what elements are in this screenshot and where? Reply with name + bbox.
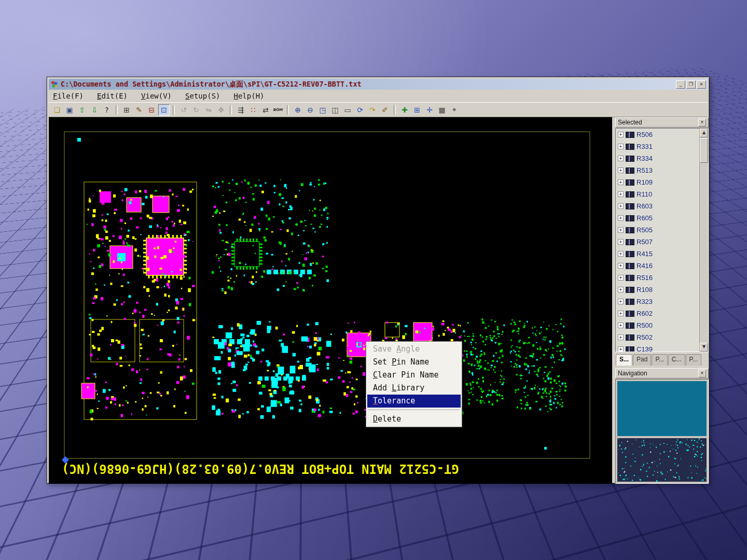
list-item-R108[interactable]: +R108 [616, 284, 699, 296]
expand-icon[interactable]: + [618, 167, 624, 173]
menu-edit[interactable]: Edit(E) [97, 92, 128, 100]
pcb-canvas[interactable]: GT-C5212 MAIN TOP+BOT REV0.7(09.03.28)(H… [49, 117, 612, 484]
probe-tool-icon[interactable]: ⌖ [449, 104, 460, 116]
component-icon [626, 167, 634, 174]
list-item-R513[interactable]: +R513 [616, 164, 699, 176]
select-mode-icon[interactable]: ⊞ [121, 104, 132, 116]
minimize-button[interactable]: _ [676, 80, 685, 89]
restore-button[interactable]: ❐ [686, 80, 696, 89]
tab-3-c[interactable]: C... [668, 354, 685, 366]
expand-icon[interactable]: + [618, 227, 624, 233]
tab-0-s[interactable]: S... [616, 354, 632, 366]
expand-icon[interactable]: + [618, 179, 624, 185]
menu-help[interactable]: Help(H) [234, 92, 265, 100]
grid-settings-icon[interactable]: ⊞ [411, 104, 423, 116]
edit-mode-icon[interactable]: ✎ [133, 104, 145, 116]
component-label: R505 [637, 226, 653, 234]
list-item-R323[interactable]: +R323 [616, 296, 699, 307]
component-icon [626, 275, 634, 281]
import-data-icon[interactable]: ⇧ [76, 104, 88, 116]
expand-icon[interactable]: + [618, 251, 624, 257]
list-item-R502[interactable]: +R502 [616, 331, 699, 343]
help-icon[interactable]: ? [101, 104, 113, 116]
zoom-out-icon[interactable]: ⊖ [305, 104, 316, 116]
zoom-window-icon[interactable]: ◳ [317, 104, 328, 116]
scroll-track[interactable] [700, 163, 708, 343]
list-item-R507[interactable]: +R507 [616, 236, 699, 248]
expand-icon[interactable]: + [618, 203, 624, 209]
selected-close-icon[interactable]: × [698, 119, 706, 127]
expand-icon[interactable]: + [618, 287, 624, 292]
navigation-preview[interactable] [617, 381, 707, 436]
refresh-view-icon[interactable]: ⟳ [354, 104, 366, 116]
tab-4-p[interactable]: P... [686, 354, 701, 366]
add-component-icon[interactable]: ✚ [399, 104, 410, 116]
expand-icon[interactable]: + [618, 311, 624, 316]
export-data-icon[interactable]: ⇩ [89, 104, 100, 116]
zoom-in-icon[interactable]: ⊕ [292, 104, 303, 116]
tab-2-p[interactable]: P... [652, 354, 667, 366]
menu-item-tolerance[interactable]: Tolerance [367, 395, 461, 408]
expand-icon[interactable]: + [618, 323, 624, 328]
scroll-up-icon[interactable]: ▲ [700, 129, 708, 137]
navigation-thumbnail[interactable] [617, 438, 707, 482]
list-item-R603[interactable]: +R603 [616, 200, 699, 212]
list-item-R605[interactable]: +R605 [616, 212, 699, 224]
annotate-icon[interactable]: ✐ [379, 104, 391, 116]
menu-item-set-pin-name[interactable]: Set Pin Name [367, 356, 461, 369]
list-item-R506[interactable]: +R506 [616, 129, 699, 141]
renumber-icon[interactable]: ∷ [247, 104, 259, 116]
list-item-R415[interactable]: +R415 [616, 248, 699, 260]
highlight-mode-icon[interactable]: ⊡ [158, 104, 170, 116]
rotate-view-icon[interactable]: ↷ [367, 104, 378, 116]
expand-icon[interactable]: + [618, 132, 624, 137]
menu-file[interactable]: File(F) [53, 92, 84, 100]
expand-icon[interactable]: + [618, 346, 624, 352]
add-marker-icon[interactable]: ✛ [424, 104, 435, 116]
expand-icon[interactable]: + [618, 239, 624, 245]
bom-list-icon[interactable]: BOM [272, 104, 284, 116]
selected-list[interactable]: +R506+R331+R334+R513+R109+R110+R603+R605… [615, 128, 709, 352]
menu-view[interactable]: View(V) [141, 92, 172, 100]
component-icon [626, 215, 634, 221]
list-item-R331[interactable]: +R331 [616, 141, 699, 152]
list-item-R505[interactable]: +R505 [616, 224, 699, 236]
expand-icon[interactable]: + [618, 144, 624, 149]
expand-icon[interactable]: + [618, 334, 624, 340]
expand-icon[interactable]: + [618, 299, 624, 304]
save-file-icon[interactable]: ▣ [64, 104, 75, 116]
toolbar-separator [394, 105, 396, 115]
list-item-R110[interactable]: +R110 [616, 188, 699, 200]
navigation-close-icon[interactable]: × [698, 370, 706, 377]
selected-list-rows: +R506+R331+R334+R513+R109+R110+R603+R605… [616, 129, 699, 352]
menu-item-clear-pin-name[interactable]: Clear Pin Name [367, 369, 461, 382]
scroll-down-icon[interactable]: ▼ [700, 343, 708, 352]
list-item-C139[interactable]: +C139 [616, 343, 699, 352]
expand-icon[interactable]: + [618, 215, 624, 221]
list-item-R602[interactable]: +R602 [616, 307, 699, 319]
list-item-R109[interactable]: +R109 [616, 176, 699, 188]
scroll-thumb[interactable] [700, 138, 708, 163]
tab-1-pad[interactable]: Pad [633, 354, 651, 366]
list-item-R516[interactable]: +R516 [616, 272, 699, 284]
expand-icon[interactable]: + [618, 191, 624, 197]
titlebar[interactable]: C:\Documents and Settings\Administrator\… [49, 79, 708, 90]
align-parts-icon[interactable]: ⇶ [235, 104, 246, 116]
close-button[interactable]: × [697, 80, 706, 89]
list-item-R334[interactable]: +R334 [616, 152, 699, 164]
list-item-R500[interactable]: +R500 [616, 319, 699, 331]
expand-icon[interactable]: + [618, 156, 624, 161]
menu-item-add-library[interactable]: Add Library [367, 382, 461, 395]
selected-scrollbar[interactable]: ▲ ▼ [699, 129, 708, 352]
single-window-icon[interactable]: ▭ [342, 104, 353, 116]
tile-windows-icon[interactable]: ◫ [329, 104, 341, 116]
mark-mode-icon[interactable]: ⊟ [146, 104, 157, 116]
open-file-icon[interactable]: ❏ [51, 104, 63, 116]
list-item-R416[interactable]: +R416 [616, 260, 699, 272]
expand-icon[interactable]: + [618, 275, 624, 281]
expand-icon[interactable]: + [618, 263, 624, 269]
menu-item-delete[interactable]: Delete [367, 413, 461, 426]
transfer-icon[interactable]: ⇄ [260, 104, 271, 116]
chip-view-icon[interactable]: ▦ [436, 104, 448, 116]
menu-setup[interactable]: Setup(S) [185, 92, 220, 100]
